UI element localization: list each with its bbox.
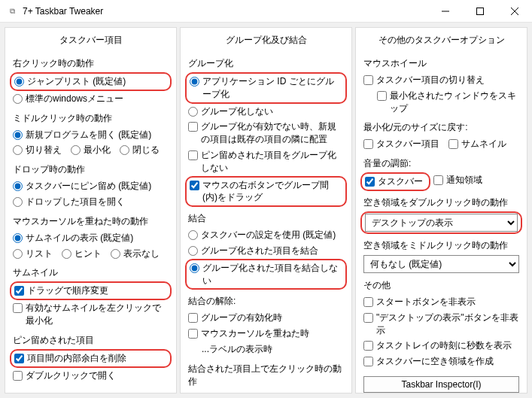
pinned-label: ピン留めされた項目 [13,334,169,347]
group-nogroup-label: グループ化しない [201,105,344,118]
decombine-activate-label: グループの有効化時 [201,311,344,324]
volume-taskbar-check[interactable] [365,177,375,187]
rightclick-label: 右クリック時の動作 [13,57,169,70]
group-nogroup-radio[interactable] [188,107,198,117]
minrestore-thumb-check[interactable] [448,139,458,149]
combine-label: 結合 [188,212,344,225]
other-trayseconds-label: タスクトレイの時刻に秒数を表示 [376,339,519,352]
other-hideshowdesk-label: "デスクトップの表示"ボタンを非表示 [376,311,519,337]
middleclick-newprog-label: 新規プログラムを開く (既定値) [26,129,169,141]
hover-hint-label: ヒント [74,248,102,260]
thumb-leftclickmin-check[interactable] [13,303,23,313]
combine-usesetting-radio[interactable] [188,230,198,240]
combine-combine-radio[interactable] [188,246,198,256]
group-byappid-radio[interactable] [190,77,199,87]
middleclick-min-label: 最小化 [84,144,111,156]
other-hidestart-check[interactable] [363,297,373,307]
decombine-hover-label: マウスカーソルを重ねた時 [201,327,344,340]
col-taskbar-items: タスクバー項目 右クリック時の動作 ジャンプリスト (既定値) 標準のwindo… [5,27,177,393]
col-grouping: グループ化及び結合 グループ化 アプリケーション ID ごとにグループ化 グルー… [180,27,352,393]
hover-thumb-label: サムネイルの表示 (既定値) [26,232,169,245]
wheel-label: マウスホイール [363,57,519,70]
drop-label: ドロップ時の動作 [13,163,169,176]
drop-pin-radio[interactable] [13,181,23,191]
col1-header: タスクバー項目 [13,34,169,47]
middleclick-label: ミドルクリック時の動作 [13,112,169,125]
middleclick-min-radio[interactable] [71,145,81,155]
group-pinnogroup-label: ピン留めされた項目をグループ化しない [201,149,344,175]
combine-nocombine-label: グループ化された項目を結合しない [202,262,342,287]
pinned-removegap-check[interactable] [14,354,24,363]
app-icon: ⧉ [6,5,18,17]
hover-label: マウスカーソルを重ねた時の動作 [13,215,169,228]
hover-list-radio[interactable] [13,249,23,259]
thumb-dragreorder-label: ドラッグで順序変更 [27,284,167,297]
rightclick-stdmenu-radio[interactable] [13,94,23,104]
other-trayseconds-check[interactable] [363,341,373,351]
hover-list-label: リスト [26,248,53,260]
group-pinnogroup-check[interactable] [188,150,198,160]
combinedleft-label: 結合された項目上で左クリック時の動作 [188,363,344,388]
combine-combine-label: グループ化された項目を結合 [201,245,344,257]
wheel-skipmin-label: 最小化されたウィンドウをスキップ [390,90,519,115]
minrestore-taskbar-check[interactable] [363,139,373,149]
pinned-dblclick-label: ダブルクリックで開く [26,369,169,382]
minrestore-label: 最小化/元のサイズに戻す: [363,121,519,134]
middleclick-switch-radio[interactable] [13,145,23,155]
group-byappid-label: アプリケーション ID ごとにグループ化 [202,75,342,101]
hover-none-radio[interactable] [111,249,120,259]
grouping-label: グループ化 [188,57,344,70]
other-hidestart-label: スタートボタンを非表示 [376,296,519,308]
rightclick-jumplist-radio[interactable] [14,77,24,87]
other-reservespace-check[interactable] [363,357,373,366]
minrestore-thumb-label: サムネイル [461,138,506,150]
thumbnail-label: サムネイル [13,266,169,279]
combine-usesetting-label: タスクバーの設定を使用 (既定値) [201,229,344,242]
volume-label: 音量の調節: [363,157,519,170]
volume-taskbar-label: タスクバー [378,175,423,188]
col3-header: その他のタスクバーオプション [363,34,519,47]
middleclick-switch-label: 切り替え [26,144,62,156]
decombine-activate-check[interactable] [188,313,198,323]
combine-nocombine-radio[interactable] [190,263,199,273]
rightclick-jumplist-label: ジャンプリスト (既定値) [27,75,167,88]
minrestore-taskbar-label: タスクバー項目 [376,138,439,150]
decombine-showlabel-label: ...ラベルの表示時 [202,343,344,356]
hover-none-label: 表示なし [123,248,160,260]
wheel-cycle-label: タスクバー項目の切り替え [376,74,519,87]
dblclick-select[interactable]: デスクトップの表示 [365,214,518,232]
taskbar-inspector-button[interactable]: Taskbar Inspector(I) [363,376,519,393]
group-newnext-label: グループ化が有効でない時、新規の項目は既存の項目の隣に配置 [201,120,344,146]
decombine-hover-check[interactable] [188,329,198,339]
svg-rect-1 [477,8,484,14]
volume-tray-check[interactable] [433,175,443,185]
hover-thumb-radio[interactable] [13,233,23,243]
other-hideshowdesk-check[interactable] [363,313,373,323]
group-newnext-check[interactable] [188,122,198,132]
content: タスクバー項目 右クリック時の動作 ジャンプリスト (既定値) 標準のwindo… [0,23,532,398]
minimize-button[interactable] [428,0,463,23]
thumb-dragreorder-check[interactable] [14,286,24,296]
group-rightdrag-check[interactable] [190,181,199,190]
wheel-skipmin-check[interactable] [377,91,387,101]
wheel-cycle-check[interactable] [363,75,373,85]
pinned-dblclick-check[interactable] [13,371,23,381]
close-button[interactable] [497,0,532,23]
window-title: 7+ Taskbar Tweaker [23,6,428,17]
drop-pin-label: タスクバーにピン留め (既定値) [26,180,169,193]
middleclick-close-radio[interactable] [120,145,129,155]
combinedleft-thumb-label: サムネイルの表示 (既定値) [201,392,344,393]
col2-header: グループ化及び結合 [188,34,344,47]
midclick-select[interactable]: 何もなし (既定値) [363,255,519,273]
middleclick-close-label: 閉じる [132,144,160,156]
middleclick-newprog-radio[interactable] [13,130,23,140]
group-rightdrag-label: マウスの右ボタンでグループ間(内)をドラッグ [202,179,342,205]
hover-hint-radio[interactable] [62,249,71,259]
maximize-button[interactable] [463,0,497,23]
drop-open-radio[interactable] [13,197,23,207]
other-reservespace-label: タスクバーに空き領域を作成 [376,355,519,368]
dblclick-label: 空き領域をダブルクリック時の動作 [363,196,519,209]
titlebar: ⧉ 7+ Taskbar Tweaker [0,0,532,23]
thumb-leftclickmin-label: 有効なサムネイルを左クリックで最小化 [26,302,169,327]
drop-open-label: ドロップした項目を開く [26,196,169,208]
